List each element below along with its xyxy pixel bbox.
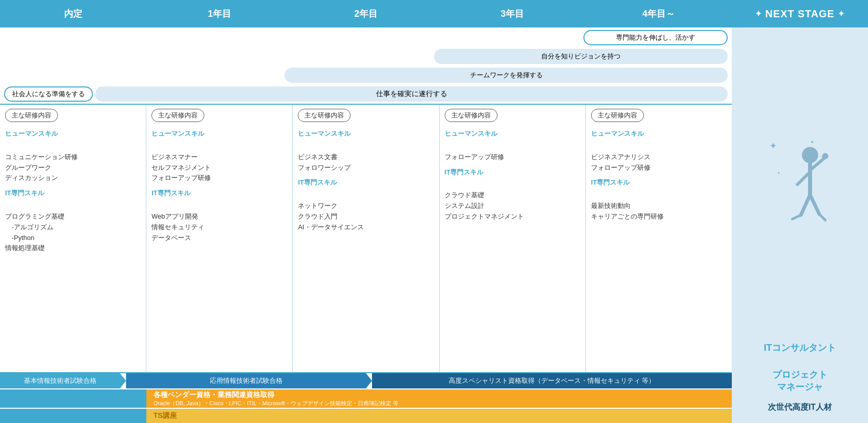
col-2: 主な研修内容 ヒューマンスキル ビジネス文書 フォロワーシップ IT専門スキル … [293,105,439,372]
col-1-header: 主な研修内容 [151,109,204,122]
col-1-human-items: ビジネスマナー セルフマネジメント フォローアップ研修 [151,141,287,184]
col-3: 主な研修内容 ヒューマンスキル フォローアップ研修 IT専門スキル クラウド基礎… [440,105,586,372]
col-2-human-label: ヒューマンスキル [298,129,433,138]
bar-jibun: 自分を知りビジョンを持つ [434,49,728,64]
svg-point-8 [822,153,828,159]
col-0-it-label: IT専門スキル [5,189,141,198]
stage-year2: 2年目 [293,0,439,27]
cert-vendor: 各種ベンダー資格・業務関連資格取得 Oracle（DB, Java）・Cisco… [146,389,732,408]
cert-row-2: 各種ベンダー資格・業務関連資格取得 Oracle（DB, Java）・Cisco… [0,389,732,408]
col-0-human-label: ヒューマンスキル [5,129,141,138]
role-project-manager: プロジェクト マネージャ [772,358,827,393]
col-1-it-items: Webアプリ開発 情報セキュリティ データベース [151,201,287,243]
bar-teamwork: チームワークを発揮する [285,68,728,83]
col-3-it-items: クラウド基礎 システム設計 プロジェクトマネジメント [445,180,580,222]
sparkle-right-icon: ✦ [838,8,845,19]
col-0-header: 主な研修内容 [5,109,58,122]
bar-shigoto: 仕事を確実に遂行する [95,86,728,102]
col-1: 主な研修内容 ヒューマンスキル ビジネスマナー セルフマネジメント フォローアッ… [146,105,293,372]
stage-header: 内定 1年目 2年目 3年目 4年目～ [0,0,732,27]
svg-line-10 [810,195,819,214]
cert-area: 基本情報技術者試験合格 応用情報技術者試験合格 高度スペシャリスト資格取得（デー… [0,372,732,423]
role-it-consultant: ITコンサルタント [764,342,836,354]
bar-senmon: 専門能力を伸ばし、活かす [583,30,728,45]
col-4: 主な研修内容 ヒューマンスキル ビジネスアナリシス フォローアップ研修 IT専門… [586,105,732,372]
col-3-human-label: ヒューマンスキル [445,129,580,138]
cert-ts: TS講座 [146,409,732,423]
svg-text:✦: ✦ [769,141,777,151]
svg-text:✦: ✦ [777,171,781,175]
main-area: 内定 1年目 2年目 3年目 4年目～ 専門能力を伸ばし、活かす [0,0,732,423]
col-0-human-items: コミュニケーション研修 グループワーク ディスカッション [5,141,141,184]
cert-kodo: 高度スペシャリスト資格取得（データベース・情報セキュリティ 等） [372,373,732,388]
col-0-it-items: プログラミング基礎 -アルゴリズム -Python 情報処理基礎 [5,201,141,254]
page-wrapper: 内定 1年目 2年目 3年目 4年目～ 専門能力を伸ばし、活かす [0,0,868,423]
svg-line-9 [801,195,810,215]
cert-row-1: 基本情報技術者試験合格 応用情報技術者試験合格 高度スペシャリスト資格取得（デー… [0,373,732,388]
col-4-it-items: 最新技術動向 キャリアごとの専門研修 [591,190,727,222]
figure-area: ✦ ✦ ✦ ✦ [764,27,835,342]
svg-text:✦: ✦ [810,139,814,145]
stage-year4: 4年目～ [585,0,732,27]
col-0: 主な研修内容 ヒューマンスキル コミュニケーション研修 グループワーク ディスカ… [0,105,146,372]
staircase-area: 専門能力を伸ばし、活かす 自分を知りビジョンを持つ チームワークを発揮する 社会… [0,27,732,104]
col-2-it-items: ネットワーク クラウド入門 AI・データサイエンス [298,190,433,232]
col-4-it-label: IT専門スキル [591,178,727,187]
bar-shakai-row: 社会人になる準備をする 仕事を確実に遂行する [4,86,728,102]
col-3-it-label: IT専門スキル [445,168,580,177]
role-jisedai: 次世代高度IT人材 [768,402,832,413]
col-4-human-items: ビジネスアナリシス フォローアップ研修 [591,141,727,173]
svg-line-12 [819,214,825,220]
col-4-header: 主な研修内容 [591,109,644,122]
col-1-it-label: IT専門スキル [151,189,287,198]
cert-kihon: 基本情報技術者試験合格 [0,373,120,388]
svg-line-11 [792,215,801,219]
stage-year3: 3年目 [439,0,585,27]
svg-point-4 [802,147,818,163]
next-stage-header: ✦ NEXT STAGE ✦ [732,0,868,27]
stage-year1: 1年目 [146,0,293,27]
col-2-human-items: ビジネス文書 フォロワーシップ [298,141,433,173]
col-1-human-label: ヒューマンスキル [151,129,287,138]
stage-naitei: 内定 [0,0,146,27]
col-3-human-items: フォローアップ研修 [445,141,580,163]
next-stage-panel: ✦ NEXT STAGE ✦ ✦ ✦ ✦ ✦ [732,0,868,423]
col-3-header: 主な研修内容 [445,109,498,122]
content-grid: 主な研修内容 ヒューマンスキル コミュニケーション研修 グループワーク ディスカ… [0,104,732,372]
next-stage-roles: ITコンサルタント プロジェクト マネージャ 次世代高度IT人材 [764,342,836,423]
cert-row-3: TS講座 [0,409,732,423]
sparkle-left-icon: ✦ [755,8,762,19]
person-figure-icon: ✦ ✦ ✦ ✦ [764,134,835,235]
col-2-header: 主な研修内容 [298,109,351,122]
col-2-it-label: IT専門スキル [298,178,433,187]
bar-shakai: 社会人になる準備をする [4,86,93,102]
col-4-human-label: ヒューマンスキル [591,129,727,138]
cert-oyo: 応用情報技術者試験合格 [126,373,366,388]
